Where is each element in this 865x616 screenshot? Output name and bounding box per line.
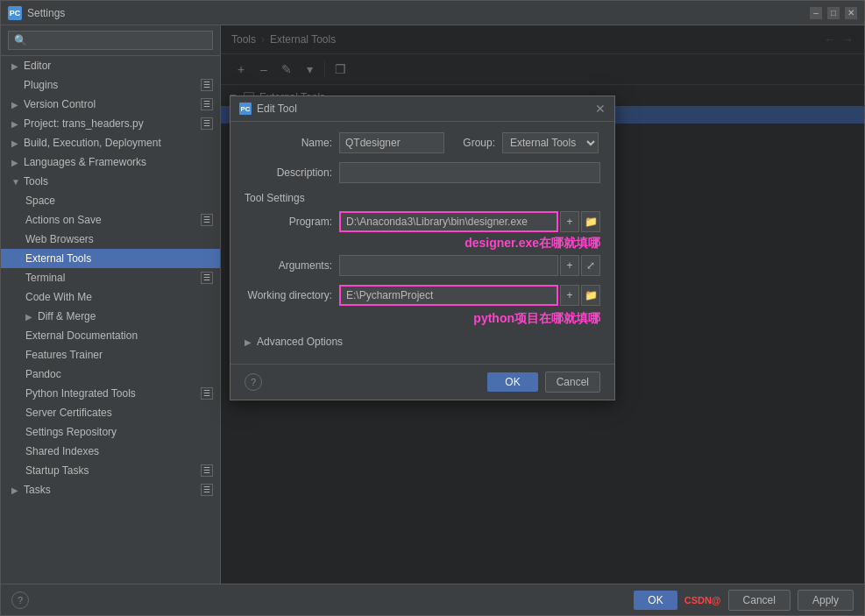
badge-icon: ☰ — [201, 79, 213, 91]
minimize-button[interactable]: – — [810, 7, 822, 19]
program-input-group: + 📁 — [339, 211, 600, 232]
sidebar-item-label: Tools — [24, 175, 213, 188]
sidebar-item-languages[interactable]: ▶ Languages & Frameworks — [1, 152, 220, 172]
sidebar-item-actions-on-save[interactable]: Actions on Save ☰ — [1, 210, 220, 230]
sidebar-item-build[interactable]: ▶ Build, Execution, Deployment — [1, 133, 220, 152]
modal-title: Edit Tool — [257, 103, 595, 115]
main-content: ▶ Editor Plugins ☰ ▶ Version Control ☰ ▶ — [1, 25, 864, 584]
sidebar-item-label: Python Integrated Tools — [25, 387, 197, 400]
expand-icon: ▶ — [11, 485, 20, 495]
sidebar-item-label: Space — [25, 195, 213, 207]
program-browse-button[interactable]: 📁 — [581, 211, 600, 232]
sidebar-item-label: Terminal — [25, 272, 197, 284]
sidebar-item-startup-tasks[interactable]: Startup Tasks ☰ — [1, 461, 220, 480]
arguments-row: Arguments: + ⤢ — [245, 255, 600, 276]
sidebar-item-web-browsers[interactable]: Web Browsers — [1, 230, 220, 249]
modal-overlay: PC Edit Tool ✕ Name: Group: External Too… — [221, 25, 864, 584]
badge-icon: ☰ — [201, 387, 213, 400]
tool-settings-label: Tool Settings — [245, 192, 305, 204]
description-label: Description: — [245, 166, 332, 179]
expand-icon: ▶ — [11, 100, 20, 110]
name-group-row: Name: Group: External Tools — [245, 132, 600, 153]
sidebar-item-label: Settings Repository — [25, 426, 213, 438]
advanced-options-row[interactable]: ▶ Advanced Options — [245, 330, 600, 353]
modal-icon: PC — [239, 103, 252, 115]
working-dir-row: Working directory: + 📁 — [245, 285, 600, 306]
description-input[interactable] — [339, 162, 600, 183]
help-button[interactable]: ? — [11, 591, 29, 609]
group-select[interactable]: External Tools — [502, 132, 599, 153]
annotation-program: designer.exe在哪就填哪 — [245, 236, 600, 251]
program-add-button[interactable]: + — [560, 211, 579, 232]
sidebar-item-label: Diff & Merge — [38, 310, 213, 322]
sidebar-item-label: Languages & Frameworks — [24, 156, 213, 168]
sidebar-item-features-trainer[interactable]: Features Trainer — [1, 345, 220, 365]
expand-icon: ▶ — [11, 158, 20, 167]
sidebar-item-space[interactable]: Space — [1, 191, 220, 210]
sidebar-item-terminal[interactable]: Terminal ☰ — [1, 268, 220, 287]
sidebar-item-label: Pandoc — [25, 368, 213, 380]
sidebar-item-pandoc[interactable]: Pandoc — [1, 365, 220, 384]
name-input[interactable] — [339, 132, 444, 153]
cancel-button[interactable]: Cancel — [728, 590, 791, 611]
modal-ok-button[interactable]: OK — [487, 372, 537, 392]
sidebar-item-server-certs[interactable]: Server Certificates — [1, 403, 220, 422]
sidebar-item-code-with-me[interactable]: Code With Me — [1, 287, 220, 307]
working-dir-add-button[interactable]: + — [560, 285, 579, 306]
sidebar-item-diff-merge[interactable]: ▶ Diff & Merge — [1, 307, 220, 326]
arguments-add-button[interactable]: + — [560, 255, 579, 276]
sidebar-item-settings-repo[interactable]: Settings Repository — [1, 422, 220, 442]
titlebar: PC Settings – □ ✕ — [1, 1, 864, 25]
modal-body: Name: Group: External Tools Description: — [230, 122, 614, 364]
sidebar-item-tools[interactable]: ▼ Tools — [1, 172, 220, 191]
sidebar-item-label: Build, Execution, Deployment — [24, 137, 213, 149]
sidebar-item-shared-indexes[interactable]: Shared Indexes — [1, 442, 220, 461]
advanced-expand-icon: ▶ — [245, 337, 252, 347]
arguments-input[interactable] — [339, 255, 558, 276]
right-panel: Tools › External Tools ← → + – ✎ ▾ ❐ — [221, 25, 864, 584]
sidebar-item-label: Tasks — [24, 484, 197, 496]
sidebar-item-external-tools[interactable]: External Tools — [1, 249, 220, 268]
sidebar: ▶ Editor Plugins ☰ ▶ Version Control ☰ ▶ — [1, 25, 221, 584]
expand-icon: ▶ — [11, 119, 20, 129]
arguments-input-group: + ⤢ — [339, 255, 600, 276]
sidebar-item-tasks[interactable]: ▶ Tasks ☰ — [1, 480, 220, 499]
working-dir-browse-button[interactable]: 📁 — [581, 285, 600, 306]
program-input[interactable] — [339, 211, 558, 232]
badge-icon: ☰ — [201, 98, 213, 110]
expand-icon: ▶ — [11, 61, 20, 71]
bottom-bar: ? OK CSDN@ Cancel Apply — [1, 584, 864, 615]
modal-close-button[interactable]: ✕ — [595, 102, 606, 116]
badge-icon: ☰ — [201, 484, 213, 496]
close-button[interactable]: ✕ — [845, 7, 857, 19]
modal-help-button[interactable]: ? — [245, 373, 262, 391]
modal-cancel-button[interactable]: Cancel — [545, 372, 600, 393]
sidebar-nav: ▶ Editor Plugins ☰ ▶ Version Control ☰ ▶ — [1, 56, 220, 584]
description-row: Description: — [245, 162, 600, 183]
sidebar-item-label: Version Control — [24, 98, 197, 110]
expand-icon: ▼ — [11, 177, 20, 187]
sidebar-item-label: Server Certificates — [25, 407, 213, 419]
sidebar-item-label: Features Trainer — [25, 349, 213, 361]
sidebar-item-plugins[interactable]: Plugins ☰ — [1, 75, 220, 95]
edit-tool-modal: PC Edit Tool ✕ Name: Group: External Too… — [230, 96, 615, 400]
apply-button[interactable]: Apply — [798, 590, 854, 611]
annotation2-container: python项目在哪就填哪 — [245, 311, 600, 327]
working-dir-input[interactable] — [339, 285, 558, 306]
badge-icon: ☰ — [201, 117, 213, 130]
sidebar-item-editor[interactable]: ▶ Editor — [1, 56, 220, 75]
badge-icon: ☰ — [201, 214, 213, 226]
expand-icon: ▶ — [11, 138, 20, 148]
annotation-workdir: python项目在哪就填哪 — [245, 311, 600, 327]
ok-button[interactable]: OK — [634, 591, 677, 610]
sidebar-item-version-control[interactable]: ▶ Version Control ☰ — [1, 95, 220, 114]
sidebar-item-external-docs[interactable]: External Documentation — [1, 326, 220, 345]
sidebar-item-label: Actions on Save — [25, 214, 197, 226]
sidebar-item-python-integrated[interactable]: Python Integrated Tools ☰ — [1, 384, 220, 403]
arguments-expand-button[interactable]: ⤢ — [581, 255, 600, 276]
working-dir-input-group: + 📁 — [339, 285, 600, 306]
search-input[interactable] — [8, 31, 213, 50]
maximize-button[interactable]: □ — [827, 7, 840, 19]
badge-icon: ☰ — [201, 464, 213, 477]
sidebar-item-project[interactable]: ▶ Project: trans_headers.py ☰ — [1, 114, 220, 133]
